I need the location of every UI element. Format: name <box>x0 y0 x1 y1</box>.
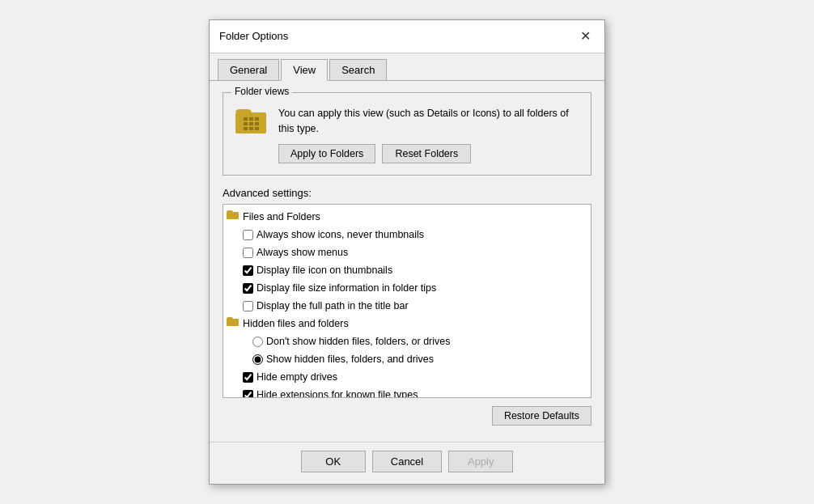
apply-button[interactable]: Apply <box>448 451 513 472</box>
view-tab-content: Folder views <box>210 81 604 443</box>
restore-defaults-button[interactable]: Restore Defaults <box>492 406 591 426</box>
advanced-settings-tree[interactable]: Files and FoldersAlways show icons, neve… <box>223 204 591 398</box>
tree-item-label: Always show menus <box>256 244 348 260</box>
tab-view[interactable]: View <box>281 59 328 81</box>
category-label: Hidden files and folders <box>243 316 349 332</box>
tree-checkbox[interactable] <box>243 390 253 399</box>
svg-rect-1 <box>244 117 248 121</box>
tree-item[interactable]: Don't show hidden files, folders, or dri… <box>223 332 591 350</box>
footer-buttons: OK Cancel Apply <box>210 442 604 484</box>
tab-general[interactable]: General <box>218 59 279 81</box>
svg-rect-5 <box>249 122 253 125</box>
tree-item-label: Hide empty drives <box>256 369 337 385</box>
title-bar: Folder Options ✕ <box>210 20 604 53</box>
advanced-settings-label: Advanced settings: <box>223 187 591 199</box>
folder-views-section: Folder views <box>223 92 591 176</box>
tree-item[interactable]: Always show menus <box>223 244 591 261</box>
tab-search[interactable]: Search <box>329 59 387 81</box>
tree-checkbox[interactable] <box>243 301 253 311</box>
reset-folders-button[interactable]: Reset Folders <box>382 144 471 163</box>
svg-rect-2 <box>249 117 253 121</box>
tree-item[interactable]: Hide empty drives <box>223 368 591 386</box>
tree-checkbox[interactable] <box>243 230 253 240</box>
tree-item-label: Always show icons, never thumbnails <box>256 227 424 243</box>
tree-item-label: Display file size information in folder … <box>256 280 436 296</box>
tab-bar: General View Search <box>210 53 604 81</box>
svg-rect-4 <box>244 122 248 125</box>
category-label: Files and Folders <box>243 209 320 225</box>
tree-item-label: Display file icon on thumbnails <box>256 262 392 278</box>
tree-item[interactable]: Hide extensions for known file types <box>223 386 591 398</box>
svg-rect-7 <box>244 127 248 130</box>
tree-item-label: Don't show hidden files, folders, or dri… <box>266 333 451 349</box>
restore-row: Restore Defaults <box>223 406 591 426</box>
svg-rect-10 <box>227 212 239 219</box>
ok-button[interactable]: OK <box>301 451 366 472</box>
tree-item[interactable]: Display the full path in the title bar <box>223 297 591 315</box>
folder-views-description: You can apply this view (such as Details… <box>278 106 579 137</box>
folder-views-right: You can apply this view (such as Details… <box>278 106 579 164</box>
svg-rect-11 <box>227 319 239 326</box>
tree-item[interactable]: Display file size information in folder … <box>223 279 591 297</box>
tree-checkbox[interactable] <box>243 372 253 383</box>
tree-radio[interactable] <box>252 354 263 365</box>
folder-views-buttons: Apply to Folders Reset Folders <box>278 144 579 163</box>
apply-to-folders-button[interactable]: Apply to Folders <box>278 144 375 163</box>
folder-views-inner: You can apply this view (such as Details… <box>235 106 579 164</box>
svg-rect-8 <box>249 127 253 130</box>
folder-icon <box>235 106 269 137</box>
tree-item-label: Hide extensions for known file types <box>256 387 418 398</box>
tree-item-label: Show hidden files, folders, and drives <box>266 351 434 367</box>
svg-rect-3 <box>255 117 259 121</box>
tree-checkbox[interactable] <box>243 283 253 294</box>
svg-rect-9 <box>255 127 259 130</box>
tree-item: Files and Folders <box>223 208 591 226</box>
dialog-title: Folder Options <box>219 30 288 42</box>
tree-item[interactable]: Show hidden files, folders, and drives <box>223 350 591 368</box>
tree-item[interactable]: Display file icon on thumbnails <box>223 261 591 279</box>
tree-item: Hidden files and folders <box>223 315 591 332</box>
category-folder-icon <box>227 209 240 225</box>
tree-item-label: Display the full path in the title bar <box>256 298 409 314</box>
tree-checkbox[interactable] <box>243 265 253 276</box>
svg-rect-6 <box>255 122 259 125</box>
folder-views-label: Folder views <box>231 86 292 97</box>
tree-checkbox[interactable] <box>243 248 253 258</box>
close-button[interactable]: ✕ <box>575 27 595 46</box>
tree-radio[interactable] <box>252 337 263 347</box>
folder-options-dialog: Folder Options ✕ General View Search Fol… <box>209 19 605 485</box>
category-folder-icon <box>227 316 240 332</box>
tree-item[interactable]: Always show icons, never thumbnails <box>223 226 591 244</box>
cancel-button[interactable]: Cancel <box>372 451 442 472</box>
